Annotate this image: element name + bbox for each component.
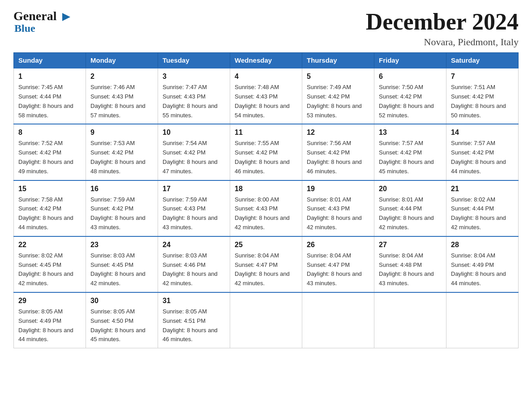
day-info: Sunrise: 7:58 AMSunset: 4:42 PMDaylight:… xyxy=(18,196,73,231)
calendar-week-row: 29 Sunrise: 8:05 AMSunset: 4:49 PMDaylig… xyxy=(14,292,519,348)
day-info: Sunrise: 8:03 AMSunset: 4:46 PMDaylight:… xyxy=(163,252,218,287)
logo-arrow-icon xyxy=(62,13,70,21)
table-row: 27 Sunrise: 8:04 AMSunset: 4:48 PMDaylig… xyxy=(374,236,446,292)
table-row: 4 Sunrise: 7:48 AMSunset: 4:43 PMDayligh… xyxy=(230,68,302,124)
day-number: 25 xyxy=(235,240,297,250)
header-tuesday: Tuesday xyxy=(158,53,230,68)
header-thursday: Thursday xyxy=(302,53,374,68)
day-info: Sunrise: 8:04 AMSunset: 4:48 PMDaylight:… xyxy=(379,252,434,287)
day-info: Sunrise: 7:59 AMSunset: 4:42 PMDaylight:… xyxy=(90,196,146,231)
day-info: Sunrise: 8:05 AMSunset: 4:50 PMDaylight:… xyxy=(90,308,146,342)
page-header: General Blue December 2024 Novara, Piedm… xyxy=(13,9,519,48)
day-number: 17 xyxy=(163,184,225,194)
table-row: 25 Sunrise: 8:04 AMSunset: 4:47 PMDaylig… xyxy=(230,236,302,292)
logo: General Blue xyxy=(13,9,70,34)
day-number: 22 xyxy=(18,240,81,250)
day-info: Sunrise: 7:51 AMSunset: 4:42 PMDaylight:… xyxy=(451,84,506,118)
day-number: 19 xyxy=(307,184,369,194)
day-number: 31 xyxy=(163,295,225,306)
day-info: Sunrise: 8:00 AMSunset: 4:43 PMDaylight:… xyxy=(235,196,290,231)
day-number: 11 xyxy=(235,127,297,138)
calendar-table: Sunday Monday Tuesday Wednesday Thursday… xyxy=(13,52,519,348)
day-number: 10 xyxy=(163,127,225,138)
table-row: 12 Sunrise: 7:56 AMSunset: 4:42 PMDaylig… xyxy=(302,124,374,180)
header-friday: Friday xyxy=(374,53,446,68)
table-row xyxy=(302,292,374,348)
table-row xyxy=(446,292,519,348)
table-row: 1 Sunrise: 7:45 AMSunset: 4:44 PMDayligh… xyxy=(14,68,86,124)
day-info: Sunrise: 7:57 AMSunset: 4:42 PMDaylight:… xyxy=(451,140,506,174)
table-row: 26 Sunrise: 8:04 AMSunset: 4:47 PMDaylig… xyxy=(302,236,374,292)
table-row: 29 Sunrise: 8:05 AMSunset: 4:49 PMDaylig… xyxy=(14,292,86,348)
table-row: 22 Sunrise: 8:02 AMSunset: 4:45 PMDaylig… xyxy=(14,236,86,292)
table-row: 3 Sunrise: 7:47 AMSunset: 4:43 PMDayligh… xyxy=(158,68,230,124)
table-row: 31 Sunrise: 8:05 AMSunset: 4:51 PMDaylig… xyxy=(158,292,230,348)
day-number: 7 xyxy=(451,71,514,82)
day-number: 26 xyxy=(307,240,369,250)
table-row: 16 Sunrise: 7:59 AMSunset: 4:42 PMDaylig… xyxy=(86,180,158,236)
day-number: 24 xyxy=(163,240,225,250)
table-row: 7 Sunrise: 7:51 AMSunset: 4:42 PMDayligh… xyxy=(446,68,519,124)
page-subtitle: Novara, Piedmont, Italy xyxy=(366,36,519,48)
table-row: 19 Sunrise: 8:01 AMSunset: 4:43 PMDaylig… xyxy=(302,180,374,236)
day-info: Sunrise: 8:05 AMSunset: 4:51 PMDaylight:… xyxy=(163,308,218,342)
svg-marker-0 xyxy=(62,13,70,21)
table-row: 17 Sunrise: 7:59 AMSunset: 4:43 PMDaylig… xyxy=(158,180,230,236)
day-number: 14 xyxy=(451,127,514,138)
table-row: 13 Sunrise: 7:57 AMSunset: 4:42 PMDaylig… xyxy=(374,124,446,180)
logo-general: General xyxy=(13,9,56,23)
day-info: Sunrise: 8:05 AMSunset: 4:49 PMDaylight:… xyxy=(18,308,73,342)
day-number: 29 xyxy=(18,295,81,306)
day-number: 18 xyxy=(235,184,297,194)
logo-blue: Blue xyxy=(14,22,35,34)
day-number: 23 xyxy=(90,240,153,250)
day-info: Sunrise: 8:01 AMSunset: 4:44 PMDaylight:… xyxy=(379,196,434,231)
table-row: 15 Sunrise: 7:58 AMSunset: 4:42 PMDaylig… xyxy=(14,180,86,236)
day-info: Sunrise: 8:02 AMSunset: 4:44 PMDaylight:… xyxy=(451,196,506,231)
day-number: 20 xyxy=(379,184,442,194)
table-row: 8 Sunrise: 7:52 AMSunset: 4:42 PMDayligh… xyxy=(14,124,86,180)
day-number: 1 xyxy=(18,71,81,82)
table-row: 21 Sunrise: 8:02 AMSunset: 4:44 PMDaylig… xyxy=(446,180,519,236)
day-info: Sunrise: 7:45 AMSunset: 4:44 PMDaylight:… xyxy=(18,84,73,118)
day-info: Sunrise: 7:49 AMSunset: 4:42 PMDaylight:… xyxy=(307,84,362,118)
day-number: 30 xyxy=(90,295,153,306)
page-title: December 2024 xyxy=(366,9,519,34)
header-saturday: Saturday xyxy=(446,53,519,68)
calendar-week-row: 8 Sunrise: 7:52 AMSunset: 4:42 PMDayligh… xyxy=(14,124,519,180)
day-number: 27 xyxy=(379,240,442,250)
day-info: Sunrise: 7:50 AMSunset: 4:42 PMDaylight:… xyxy=(379,84,434,118)
table-row: 5 Sunrise: 7:49 AMSunset: 4:42 PMDayligh… xyxy=(302,68,374,124)
day-info: Sunrise: 7:53 AMSunset: 4:42 PMDaylight:… xyxy=(90,140,146,174)
table-row xyxy=(230,292,302,348)
calendar-week-row: 15 Sunrise: 7:58 AMSunset: 4:42 PMDaylig… xyxy=(14,180,519,236)
day-info: Sunrise: 7:52 AMSunset: 4:42 PMDaylight:… xyxy=(18,140,73,174)
day-info: Sunrise: 8:04 AMSunset: 4:49 PMDaylight:… xyxy=(451,252,506,287)
day-number: 5 xyxy=(307,71,369,82)
day-number: 3 xyxy=(163,71,225,82)
day-number: 8 xyxy=(18,127,81,138)
table-row xyxy=(374,292,446,348)
calendar-header-row: Sunday Monday Tuesday Wednesday Thursday… xyxy=(14,53,519,68)
day-number: 2 xyxy=(90,71,153,82)
table-row: 14 Sunrise: 7:57 AMSunset: 4:42 PMDaylig… xyxy=(446,124,519,180)
day-info: Sunrise: 8:02 AMSunset: 4:45 PMDaylight:… xyxy=(18,252,73,287)
table-row: 10 Sunrise: 7:54 AMSunset: 4:42 PMDaylig… xyxy=(158,124,230,180)
table-row: 9 Sunrise: 7:53 AMSunset: 4:42 PMDayligh… xyxy=(86,124,158,180)
table-row: 28 Sunrise: 8:04 AMSunset: 4:49 PMDaylig… xyxy=(446,236,519,292)
day-number: 28 xyxy=(451,240,514,250)
day-number: 4 xyxy=(235,71,297,82)
day-number: 16 xyxy=(90,184,153,194)
day-info: Sunrise: 7:55 AMSunset: 4:42 PMDaylight:… xyxy=(235,140,290,174)
day-info: Sunrise: 8:04 AMSunset: 4:47 PMDaylight:… xyxy=(307,252,362,287)
logo-text: General xyxy=(13,9,70,23)
day-number: 9 xyxy=(90,127,153,138)
day-info: Sunrise: 7:46 AMSunset: 4:43 PMDaylight:… xyxy=(90,84,146,118)
day-info: Sunrise: 7:54 AMSunset: 4:42 PMDaylight:… xyxy=(163,140,218,174)
day-info: Sunrise: 8:01 AMSunset: 4:43 PMDaylight:… xyxy=(307,196,362,231)
day-info: Sunrise: 7:59 AMSunset: 4:43 PMDaylight:… xyxy=(163,196,218,231)
table-row: 20 Sunrise: 8:01 AMSunset: 4:44 PMDaylig… xyxy=(374,180,446,236)
day-number: 15 xyxy=(18,184,81,194)
table-row: 18 Sunrise: 8:00 AMSunset: 4:43 PMDaylig… xyxy=(230,180,302,236)
title-section: December 2024 Novara, Piedmont, Italy xyxy=(366,9,519,48)
